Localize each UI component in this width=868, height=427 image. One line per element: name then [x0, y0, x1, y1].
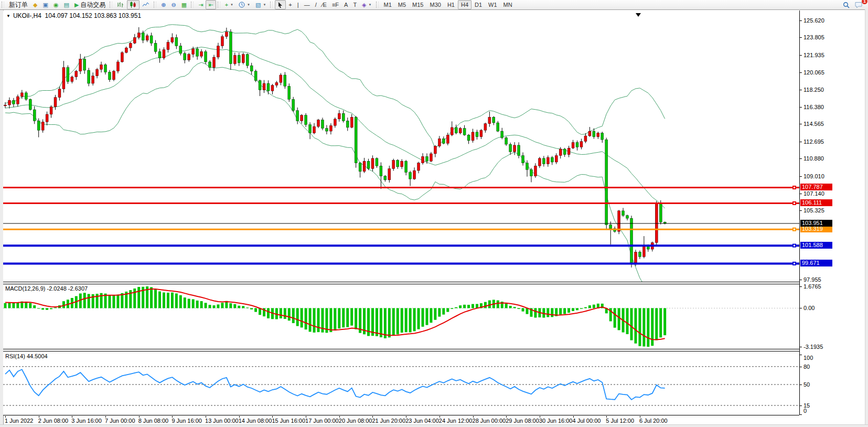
candle-body [146, 36, 148, 40]
line-chart-icon[interactable] [140, 0, 152, 9]
toolbar-drag-handle[interactable] [110, 2, 112, 8]
macd-histogram-bar [233, 304, 236, 308]
macd-histogram-bar [62, 301, 65, 308]
timeframe-button-h4[interactable]: H4 [458, 0, 471, 9]
macd-histogram-bar [663, 308, 666, 335]
mt4-terminal: 新订单◆▣◉▤▶自动交易⊕⊖▦⇥⇤+▼▼▧▼+|—/∕E≡FAT◈▼M1M5M1… [0, 0, 868, 427]
market-icon[interactable]: ◆ [30, 0, 40, 9]
macd-histogram-bar [29, 303, 31, 308]
new-order-button[interactable]: 新订单 [6, 0, 30, 9]
toolbar-drag-handle[interactable] [270, 2, 273, 8]
auto-scroll-icon[interactable]: ⇥ [196, 0, 206, 9]
timeframe-button-w1[interactable]: W1 [485, 0, 500, 9]
timeframe-button-mn[interactable]: MN [500, 0, 516, 9]
search-icon[interactable] [840, 0, 852, 9]
price-tick-label: 1.6765 [803, 283, 821, 290]
autotrading-button[interactable]: ▶自动交易 [72, 0, 108, 9]
macd-histogram-bar [346, 308, 349, 327]
arrows-icon[interactable]: ◈▼ [359, 0, 374, 9]
macd-histogram-bar [317, 308, 320, 332]
zoom-out-icon[interactable]: ⊖ [169, 0, 179, 9]
candle-body [321, 120, 324, 129]
candle-body [509, 144, 512, 152]
macd-histogram-bar [284, 308, 286, 318]
candlestick-chart-icon[interactable] [127, 0, 140, 9]
macd-histogram-bar [380, 308, 382, 337]
vertical-line-icon[interactable]: | [295, 0, 302, 9]
macd-histogram-bar [526, 308, 529, 314]
macd-histogram-bar [50, 308, 52, 309]
ohlc-values: 104.097 104.152 103.863 103.951 [45, 12, 142, 19]
rsi-panel-canvas[interactable] [3, 351, 799, 415]
candle-body [388, 169, 391, 180]
axis-tick [800, 210, 802, 211]
toolbar-drag-handle[interactable] [376, 2, 379, 8]
notifications-icon[interactable]: 1 [852, 0, 865, 9]
macd-histogram-bar [484, 302, 487, 308]
zoom-in-icon[interactable]: ⊕ [158, 0, 168, 9]
macd-histogram-bar [355, 308, 357, 329]
candle-body [275, 82, 278, 85]
macd-histogram-bar [463, 305, 466, 308]
candle-body [630, 218, 633, 263]
macd-histogram-bar [518, 308, 520, 309]
indicators-button[interactable]: +▼ [222, 0, 236, 9]
candle-body [171, 38, 174, 42]
time-tick-label: 1 Jun 2022 [5, 418, 33, 424]
tile-windows-icon[interactable]: ▦ [179, 0, 189, 9]
price-axis[interactable]: 125.620123.805121.935120.065118.250116.3… [799, 9, 868, 427]
hline-price-badge[interactable]: 107.787 [800, 184, 832, 190]
chart-shift-icon[interactable]: ⇤ [206, 0, 216, 9]
periods-button[interactable]: ▼ [236, 0, 253, 9]
equidistant-channel-icon[interactable]: ∕E [319, 0, 329, 9]
fibonacci-icon[interactable]: ≡F [329, 0, 341, 9]
timeframe-button-h1[interactable]: H1 [444, 0, 458, 9]
timeframe-button-m30[interactable]: M30 [427, 0, 444, 9]
timeframe-button-m15[interactable]: M15 [409, 0, 426, 9]
main-chart-canvas[interactable] [3, 10, 799, 282]
toolbar-drag-handle[interactable] [191, 2, 194, 8]
macd-histogram-bar [534, 308, 537, 317]
price-tick-label: 109.010 [803, 173, 824, 179]
chart-shift-marker[interactable] [636, 13, 641, 17]
macd-histogram-bar [376, 308, 378, 336]
macd-histogram-bar [292, 308, 295, 323]
time-tick-label: 20 Jun 08:00 [339, 418, 372, 424]
candle-body [75, 71, 78, 77]
toolbar-drag-handle[interactable] [2, 2, 4, 8]
time-axis[interactable]: 1 Jun 20222 Jun 08:003 Jun 16:007 Jun 00… [3, 415, 799, 425]
toolbar-drag-handle[interactable] [218, 2, 220, 8]
macd-histogram-bar [133, 289, 136, 308]
collapse-ohlc-icon[interactable]: ▼ [6, 14, 10, 18]
virtual-hosting-icon[interactable]: ▣ [40, 0, 50, 9]
candle-body [555, 156, 558, 163]
candle-body [192, 49, 195, 55]
templates-button[interactable]: ▧▼ [253, 0, 269, 9]
text-label-icon[interactable]: T [350, 0, 359, 9]
timeframe-button-m5[interactable]: M5 [395, 0, 409, 9]
trendline-icon[interactable]: / [313, 0, 319, 9]
macd-histogram-bar [116, 294, 119, 308]
news-icon[interactable]: ▤ [61, 0, 71, 9]
hline-price-badge[interactable]: 103.319 [800, 226, 832, 232]
candle-body [242, 55, 244, 63]
time-tick-label: 15 Jun 16:00 [272, 418, 305, 424]
toolbar-drag-handle[interactable] [154, 2, 156, 8]
hline-price-badge[interactable]: 99.671 [800, 260, 832, 266]
candle-body [20, 93, 23, 97]
signals-icon[interactable]: ◉ [51, 0, 61, 9]
hline-price-badge[interactable]: 101.588 [800, 242, 832, 249]
timeframe-button-m1[interactable]: M1 [381, 0, 395, 9]
hline-price-badge[interactable]: 106.111 [800, 199, 832, 206]
timeframe-button-d1[interactable]: D1 [471, 0, 485, 9]
text-icon[interactable]: A [341, 0, 350, 9]
bar-chart-icon[interactable] [114, 0, 127, 9]
macd-panel-canvas[interactable] [3, 284, 799, 349]
candle-body [601, 133, 604, 140]
crosshair-icon[interactable]: + [286, 0, 294, 9]
cursor-icon[interactable] [275, 0, 286, 9]
macd-histogram-bar [384, 308, 387, 338]
candle-body [367, 161, 370, 168]
macd-histogram-bar [509, 306, 512, 308]
horizontal-line-icon[interactable]: — [302, 0, 313, 9]
